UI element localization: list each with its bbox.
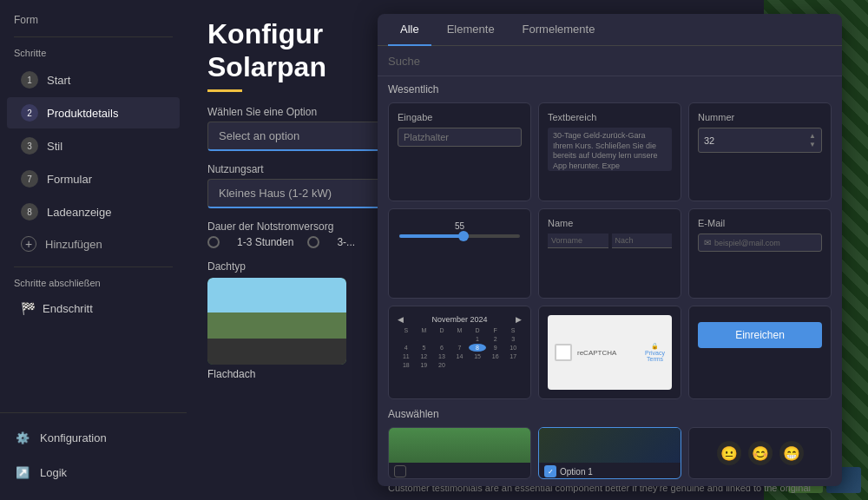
sidebar-logik[interactable]: ↗️ Logik (0, 455, 187, 490)
cal-dow: M (416, 326, 433, 334)
sidebar-step-stil[interactable]: 3 Stil (7, 130, 180, 161)
cal-day[interactable] (398, 335, 415, 343)
nummer-arrows: ▲▼ (809, 132, 816, 148)
step-label-formular: Formular (47, 173, 92, 186)
cal-day[interactable]: 10 (504, 344, 522, 352)
element-email[interactable]: E-Mail ✉ beispiel@mail.com (688, 208, 832, 299)
element-calendar[interactable]: ◀ November 2024 ▶ S M D M D F S (388, 306, 531, 399)
cal-dow: D (433, 326, 450, 334)
element-recaptcha[interactable]: reCAPTCHA 🔒PrivacyTerms (538, 306, 681, 399)
recaptcha-label: reCAPTCHA (577, 349, 640, 357)
element-slider[interactable]: 55 (388, 208, 531, 299)
panel-scroll: Wesentlich Eingabe Platzhalter Textberei… (378, 76, 842, 486)
emoji-neutral: 😐 (717, 441, 741, 465)
close-steps-label: Schritte abschließen (0, 274, 187, 293)
element-name[interactable]: Name Vorname Nach (538, 208, 681, 299)
cal-day[interactable]: 15 (469, 352, 486, 360)
element-nummer[interactable]: Nummer 32 ▲▼ (688, 102, 832, 201)
element-textbereich[interactable]: Textbereich 30-Tage Geld-zurück-Gara Ihr… (538, 102, 681, 201)
email-placeholder: beispiel@mail.com (714, 239, 780, 247)
gear-icon: ⚙️ (14, 429, 31, 446)
calendar-preview: ◀ November 2024 ▶ S M D M D F S (398, 315, 522, 369)
sidebar: Form Schritte 1 Start 2 Produktdetails 3… (0, 0, 187, 500)
tab-alle[interactable]: Alle (388, 14, 431, 46)
emoji-happy: 😊 (748, 441, 773, 465)
selection-item-emoji[interactable]: 😐 😊 😁 (688, 427, 832, 479)
cal-prev[interactable]: ◀ (398, 315, 404, 324)
cal-day[interactable]: 2 (487, 335, 504, 343)
panel-search-area (378, 46, 842, 76)
cal-header: ◀ November 2024 ▶ (398, 315, 522, 324)
cal-day[interactable] (416, 335, 433, 343)
step-num-1: 1 (21, 71, 38, 89)
dachtyp-image (207, 278, 346, 365)
nutzungsart-select[interactable]: Kleines Haus (1-2 kW) (207, 179, 381, 208)
cal-day[interactable]: 12 (416, 352, 433, 360)
yellow-accent-line (207, 89, 242, 92)
cal-day[interactable]: 17 (504, 352, 522, 360)
cal-day-selected[interactable]: 8 (469, 344, 486, 352)
sidebar-bottom: ⚙️ Konfiguration ↗️ Logik (0, 412, 187, 490)
selection-item-option1[interactable]: ✓ Option 1 (538, 427, 681, 479)
cal-day[interactable]: 18 (398, 361, 415, 369)
slider-track (399, 234, 520, 238)
cal-day[interactable]: 19 (416, 361, 433, 369)
sidebar-step-endschritt[interactable]: 🏁 Endschritt (7, 294, 180, 322)
step-label-end: Endschritt (43, 302, 93, 315)
cal-day[interactable]: 7 (451, 344, 469, 352)
cal-day[interactable]: 20 (433, 361, 450, 369)
cal-day[interactable]: 4 (398, 344, 415, 352)
envelope-icon: ✉ (704, 238, 711, 247)
radio-label-2: 3-... (337, 236, 355, 248)
cal-next[interactable]: ▶ (516, 315, 522, 324)
cal-day[interactable]: 11 (398, 352, 415, 360)
option1-label: Option 1 (560, 467, 593, 477)
cal-dow: S (504, 326, 522, 334)
step-num-3: 3 (21, 137, 38, 155)
cal-day[interactable]: 6 (433, 344, 450, 352)
radio-label-1: 1-3 Stunden (237, 236, 293, 248)
option-select[interactable]: Select an option (207, 122, 381, 151)
form-label: Form (0, 10, 187, 33)
cal-day[interactable]: 5 (416, 344, 433, 352)
emoji-row: 😐 😊 😁 (710, 438, 811, 469)
auswahlen-label: Auswählen (378, 403, 842, 424)
step-label-stil: Stil (47, 140, 62, 153)
selection-grid: ✓ Option 1 😐 😊 😁 (378, 424, 842, 486)
cal-day[interactable]: 16 (487, 352, 504, 360)
option1-visual (539, 428, 681, 463)
cal-day[interactable]: 3 (504, 335, 522, 343)
sidebar-step-start[interactable]: 1 Start (7, 64, 180, 95)
step-label-start: Start (47, 74, 70, 87)
slider-value: 55 (399, 221, 520, 231)
cal-day[interactable] (433, 335, 450, 343)
logik-label: Logik (40, 466, 67, 479)
cal-day[interactable]: 14 (451, 352, 469, 360)
cal-day[interactable]: 1 (469, 335, 486, 343)
cal-day[interactable] (451, 335, 469, 343)
sky-label-area (389, 463, 530, 479)
selection-item-sky[interactable] (388, 427, 531, 479)
sidebar-step-ladeanzeige[interactable]: 8 Ladeanzeige (7, 196, 180, 227)
option1-label-area: ✓ Option 1 (539, 463, 681, 479)
sky-visual (389, 428, 530, 463)
tab-formelemente[interactable]: Formelemente (510, 14, 608, 46)
textbereich-label: Textbereich (548, 112, 672, 122)
element-einreichen[interactable]: Einreichen (688, 306, 832, 399)
house-image (207, 278, 346, 365)
sidebar-konfiguration[interactable]: ⚙️ Konfiguration (0, 420, 187, 455)
cal-day[interactable]: 9 (487, 344, 504, 352)
sidebar-step-formular[interactable]: 7 Formular (7, 163, 180, 194)
sidebar-step-produktdetails[interactable]: 2 Produktdetails (7, 97, 180, 128)
element-eingabe[interactable]: Eingabe Platzhalter (388, 102, 531, 201)
email-label: E-Mail (698, 218, 822, 228)
elements-grid: Eingabe Platzhalter Textbereich 30-Tage … (378, 99, 842, 403)
search-input[interactable] (388, 55, 832, 68)
nummer-value: 32 (704, 135, 714, 146)
cal-day[interactable]: 13 (433, 352, 450, 360)
tab-elemente[interactable]: Elemente (435, 14, 507, 46)
nutzungsart-value: Kleines Haus (1-2 kW) (219, 187, 332, 200)
add-step-button[interactable]: + Hinzufügen (7, 229, 180, 259)
cal-dow: D (469, 326, 486, 334)
recaptcha-checkbox (555, 344, 572, 361)
